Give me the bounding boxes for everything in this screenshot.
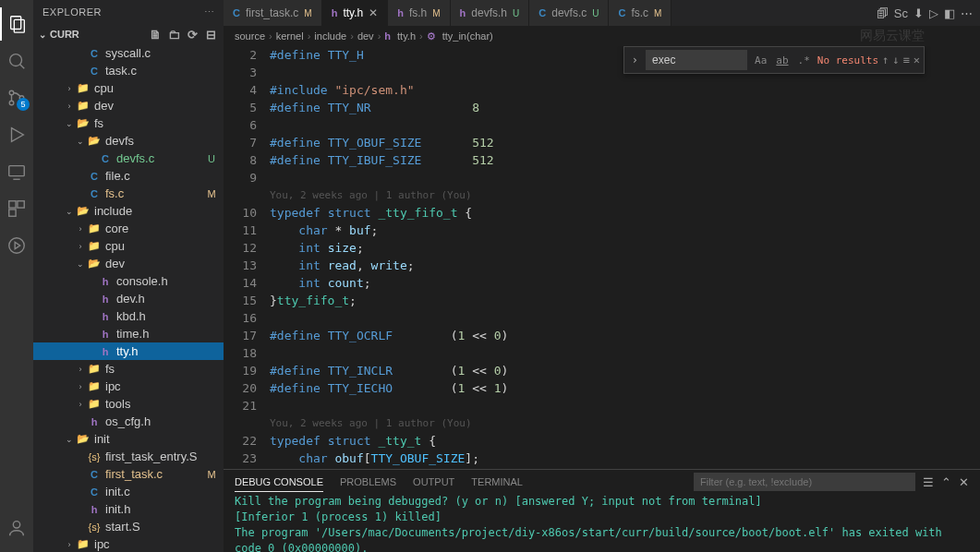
refresh-icon[interactable]: ⟳ xyxy=(185,28,200,42)
panel-tab[interactable]: OUTPUT xyxy=(413,473,454,491)
tree-folder[interactable]: ⌄📂dev xyxy=(33,255,224,272)
tab-label: first_task.c xyxy=(246,6,298,19)
svg-marker-14 xyxy=(15,242,20,248)
tree-folder[interactable]: ›📁core xyxy=(33,220,224,237)
tree-folder[interactable]: ›📁dev xyxy=(33,97,224,114)
tree-file[interactable]: htime.h xyxy=(33,325,224,342)
tree-file[interactable]: hdev.h xyxy=(33,290,224,307)
tree-file[interactable]: Cdevfs.cU xyxy=(33,150,224,167)
breadcrumb-item[interactable]: source xyxy=(235,30,265,42)
close-icon[interactable]: ✕ xyxy=(369,6,378,19)
next-match-icon[interactable]: ↓ xyxy=(892,54,899,66)
run-editor-icon[interactable]: ▷ xyxy=(929,6,938,20)
match-case-icon[interactable]: Aa xyxy=(751,53,770,68)
new-folder-icon[interactable]: 🗀 xyxy=(166,28,181,42)
editor-tab[interactable]: hfs.hM xyxy=(388,0,450,26)
tree-file[interactable]: Cfirst_task.cM xyxy=(33,465,224,483)
chevron-icon: › xyxy=(74,382,87,391)
remote-icon[interactable] xyxy=(0,155,33,188)
tree-folder[interactable]: ›📁fs xyxy=(33,360,224,378)
tree-item-label: tools xyxy=(105,397,205,411)
tree-folder[interactable]: ›📁tools xyxy=(33,395,224,413)
tree-item-label: fs xyxy=(94,116,205,130)
run-icon[interactable] xyxy=(0,118,33,151)
breadcrumb-item[interactable]: tty_in(char) xyxy=(442,30,493,42)
tree-file[interactable]: hinit.h xyxy=(33,500,224,518)
tree-folder[interactable]: ⌄📂devfs xyxy=(33,132,224,150)
scm-icon[interactable]: 5 xyxy=(0,81,33,114)
close-search-icon[interactable]: ✕ xyxy=(913,54,920,66)
tab-label: fs.h xyxy=(409,6,427,19)
tree-file[interactable]: Csyscall.c xyxy=(33,44,224,62)
editor-tab[interactable]: Cdevfs.cU xyxy=(529,0,609,26)
panel-tab[interactable]: PROBLEMS xyxy=(340,473,396,491)
tree-folder[interactable]: ›📁ipc xyxy=(33,535,224,552)
filter-icon[interactable]: ☰ xyxy=(923,475,934,489)
search-input[interactable] xyxy=(646,50,747,70)
compare-icon[interactable]: 🗐 xyxy=(877,6,889,20)
sidebar-more-icon[interactable]: ⋯ xyxy=(204,6,215,18)
breadcrumb-item[interactable]: include xyxy=(314,30,346,42)
editor-tab[interactable]: Cfs.cM xyxy=(609,0,671,26)
editor-tab[interactable]: Cfirst_task.cM xyxy=(224,0,322,26)
save-icon[interactable]: Sc xyxy=(894,6,908,20)
editor-tab[interactable]: hdevfs.hU xyxy=(451,0,530,26)
editor-tab[interactable]: htty.h✕ xyxy=(322,0,389,26)
tab-status: U xyxy=(592,8,599,18)
tab-status: U xyxy=(513,8,519,18)
regex-icon[interactable]: .* xyxy=(794,53,814,68)
explorer-icon[interactable] xyxy=(0,7,33,41)
tree-file[interactable]: htty.h xyxy=(33,342,224,360)
tree-file[interactable]: Ctask.c xyxy=(33,62,224,79)
tree-item-label: start.S xyxy=(105,520,205,534)
tree-folder[interactable]: ›📁cpu xyxy=(33,237,224,255)
tree-file[interactable]: {s}start.S xyxy=(33,518,224,535)
tree-folder[interactable]: ›📁cpu xyxy=(33,79,224,97)
download-icon[interactable]: ⬇ xyxy=(913,6,924,20)
tree-file[interactable]: Cfs.cM xyxy=(33,185,224,202)
code-content[interactable]: #define TTY_H#include "ipc/sem.h"#define… xyxy=(270,46,980,469)
tree-item-label: init.c xyxy=(105,485,205,498)
tree-file[interactable]: {s}first_task_entry.S xyxy=(33,448,224,465)
match-word-icon[interactable]: ab xyxy=(772,53,792,68)
tree-folder[interactable]: ›📁ipc xyxy=(33,378,224,395)
find-in-selection-icon[interactable]: ≡ xyxy=(903,54,910,66)
tree-file[interactable]: Cinit.c xyxy=(33,483,224,500)
breadcrumb-item[interactable]: tty.h xyxy=(397,30,416,42)
minimap[interactable] xyxy=(934,46,980,469)
panel-up-icon[interactable]: ⌃ xyxy=(941,475,951,489)
breadcrumb-item[interactable]: dev xyxy=(357,30,374,42)
chevron-icon: › xyxy=(74,242,87,251)
breadcrumb-item[interactable]: kernel xyxy=(276,30,304,42)
search-icon[interactable] xyxy=(0,44,33,78)
tree-file[interactable]: hkbd.h xyxy=(33,307,224,325)
section-header[interactable]: ⌄ CURR 🗎 🗀 ⟳ ⊟ xyxy=(33,24,224,44)
tree-folder[interactable]: ⌄📂include xyxy=(33,202,224,220)
tree-item-label: syscall.c xyxy=(105,46,205,60)
account-icon[interactable] xyxy=(0,511,33,545)
new-file-icon[interactable]: 🗎 xyxy=(148,28,163,42)
tree-item-label: tty.h xyxy=(116,344,205,358)
scm-status: U xyxy=(205,153,218,164)
filter-input[interactable] xyxy=(694,473,915,491)
svg-rect-0 xyxy=(11,17,21,30)
extensions-icon[interactable] xyxy=(0,192,33,225)
tree-item-label: cpu xyxy=(94,81,205,95)
prev-match-icon[interactable]: ↑ xyxy=(882,54,889,66)
code-editor[interactable]: 23456789101112131415161718192021222324 #… xyxy=(224,46,980,469)
search-toggle-icon[interactable]: › xyxy=(628,54,642,66)
test-icon[interactable] xyxy=(0,229,33,262)
panel-close-icon[interactable]: ✕ xyxy=(959,475,969,489)
tree-folder[interactable]: ⌄📂fs xyxy=(33,114,224,132)
debug-console-output[interactable]: Kill the program being debugged? (y or n… xyxy=(224,494,980,552)
svg-point-15 xyxy=(13,522,19,528)
panel-tab[interactable]: DEBUG CONSOLE xyxy=(235,473,323,492)
split-icon[interactable]: ◧ xyxy=(944,6,955,20)
tree-file[interactable]: hos_cfg.h xyxy=(33,413,224,430)
tree-file[interactable]: hconsole.h xyxy=(33,272,224,290)
tree-folder[interactable]: ⌄📂init xyxy=(33,430,224,448)
panel-tab[interactable]: TERMINAL xyxy=(471,473,523,491)
tree-file[interactable]: Cfile.c xyxy=(33,167,224,185)
more-icon[interactable]: ⋯ xyxy=(961,6,973,20)
collapse-icon[interactable]: ⊟ xyxy=(203,28,218,42)
